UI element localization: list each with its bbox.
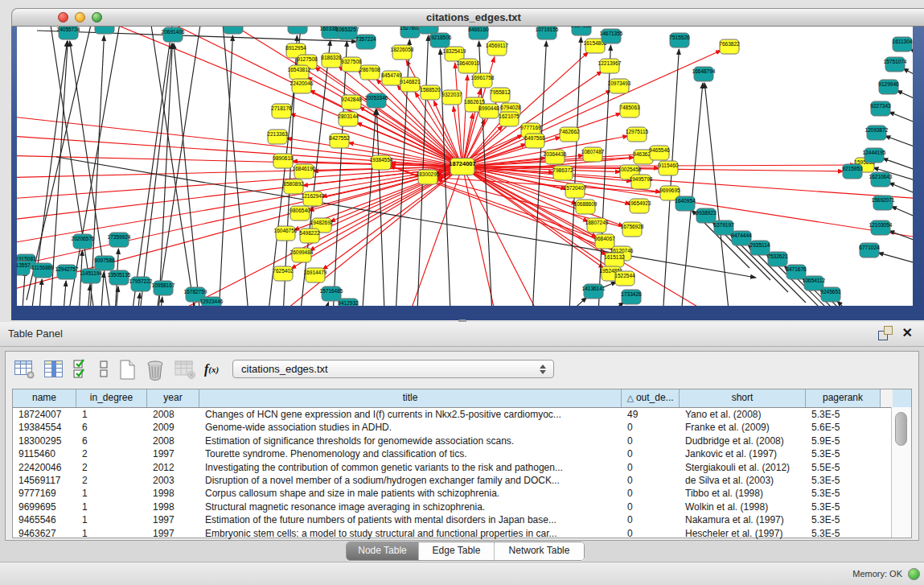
red-edge[interactable] xyxy=(17,155,462,167)
graph-node[interactable]: 20053346 xyxy=(365,93,388,108)
graph-node[interactable]: 1611304 xyxy=(893,37,913,51)
graph-node[interactable]: 20364436 xyxy=(544,150,567,164)
graph-node[interactable]: 10719155 xyxy=(536,27,559,39)
graph-node[interactable]: 1522544 xyxy=(614,271,635,286)
graph-node[interactable]: 15692071 xyxy=(872,196,895,210)
graph-node[interactable]: 8580892 xyxy=(283,179,304,194)
select-rows-icon[interactable] xyxy=(72,358,90,381)
graph-node[interactable]: 7986372 xyxy=(552,166,573,180)
graph-node[interactable]: 16846190 xyxy=(293,164,316,179)
graph-node[interactable]: 7532621 xyxy=(767,252,788,266)
graph-node[interactable]: 15720407 xyxy=(564,183,587,198)
column-header-title[interactable]: title xyxy=(199,389,622,407)
graph-node[interactable]: 9146821 xyxy=(400,77,421,92)
black-edge[interactable] xyxy=(897,90,913,107)
table-source-select[interactable]: citations_edges.txt xyxy=(232,360,554,378)
table-row[interactable]: 946362711997Embryonic stem cells: a mode… xyxy=(13,527,911,540)
graph-node[interactable]: 10807487 xyxy=(581,147,605,162)
graph-node[interactable]: 19384554 xyxy=(370,155,393,170)
black-edge[interactable] xyxy=(891,206,913,225)
black-edge[interactable] xyxy=(582,302,624,306)
table-row[interactable]: 1872400712008Changes of HCN gene express… xyxy=(13,408,911,421)
black-edge[interactable] xyxy=(21,270,25,306)
red-edge[interactable] xyxy=(318,167,462,232)
graph-node[interactable]: 11156869 xyxy=(31,263,54,278)
black-edge[interactable] xyxy=(885,136,913,154)
graph-node[interactable]: 10688609 xyxy=(574,200,598,214)
black-edge[interactable] xyxy=(889,112,913,130)
graph-node[interactable]: 10855272 xyxy=(222,27,245,34)
table-row[interactable]: 946554611997Estimation of the future num… xyxy=(13,513,911,526)
graph-node[interactable]: 9245651 xyxy=(820,287,841,302)
graph-node[interactable]: 2718176 xyxy=(271,104,292,118)
graph-node[interactable]: 9684067 xyxy=(594,234,615,249)
black-edge[interactable] xyxy=(38,279,42,306)
graph-node[interactable]: 16961758 xyxy=(471,73,495,88)
graph-node[interactable]: 9322037 xyxy=(441,90,462,105)
black-edge[interactable] xyxy=(548,297,587,306)
graph-node[interactable]: 1615132 xyxy=(604,253,625,267)
graph-node[interactable]: 8454749 xyxy=(381,71,402,85)
function-builder-icon[interactable]: f(x) xyxy=(204,358,219,381)
graph-node[interactable]: 15716485 xyxy=(320,286,343,301)
graph-node[interactable]: 7485063 xyxy=(619,103,640,117)
column-header-in_degree[interactable]: in_degree xyxy=(76,389,147,407)
column-header-name[interactable]: name xyxy=(13,389,76,407)
graph-node[interactable]: 5498222 xyxy=(299,229,320,243)
graph-node[interactable]: 12923446 xyxy=(200,297,224,306)
column-header-out_de...[interactable]: △out_de... xyxy=(622,389,680,407)
black-edge[interactable] xyxy=(662,49,679,306)
tab-network-table[interactable]: Network Table xyxy=(495,542,584,560)
graph-node[interactable]: 13505135 xyxy=(108,270,131,285)
close-panel-icon[interactable]: ✕ xyxy=(902,326,913,340)
graph-node[interactable]: 2867608 xyxy=(359,65,380,80)
network-window-titlebar[interactable]: citations_edges.txt xyxy=(11,8,924,27)
graph-node[interactable]: 16756928 xyxy=(621,222,644,237)
graph-node[interactable]: 9890618 xyxy=(273,154,294,168)
graph-node[interactable]: 18300295 xyxy=(417,170,440,184)
graph-node[interactable]: 18807249 xyxy=(585,218,609,233)
delete-table-icon[interactable] xyxy=(145,358,166,381)
tab-edge-table[interactable]: Edge Table xyxy=(419,542,495,560)
graph-node[interactable]: 12942757 xyxy=(55,265,79,279)
compact-view-icon[interactable] xyxy=(98,358,109,381)
graph-node[interactable]: 26099484 xyxy=(290,248,314,262)
graph-node[interactable]: 1733426 xyxy=(621,290,642,304)
table-row[interactable]: 1938455462009Genome-wide association stu… xyxy=(13,421,911,434)
graph-node[interactable]: 22420046 xyxy=(290,79,314,93)
new-table-icon[interactable] xyxy=(117,358,137,381)
show-column-icon[interactable] xyxy=(43,358,64,381)
graph-node[interactable]: 16046756 xyxy=(274,226,298,241)
graph-node[interactable]: 12093872 xyxy=(865,126,889,140)
graph-node[interactable]: 9412932 xyxy=(338,299,359,306)
graph-node[interactable]: 1527602 xyxy=(400,27,421,38)
graph-node[interactable]: 9215953 xyxy=(842,164,863,179)
graph-node[interactable]: 9227343 xyxy=(870,101,891,116)
graph-node[interactable]: 20206576 xyxy=(72,234,95,249)
graph-node[interactable]: 8427552 xyxy=(329,134,350,148)
graph-node[interactable]: 9806540 xyxy=(290,206,310,220)
graph-node[interactable]: 9129946 xyxy=(878,80,899,94)
graph-node[interactable]: 7462662 xyxy=(559,127,580,142)
graph-node[interactable]: 10973493 xyxy=(608,79,631,93)
graph-node[interactable]: 19495798 xyxy=(630,175,653,189)
graph-node[interactable]: 15527602 xyxy=(286,27,310,34)
graph-node[interactable]: 11451194 xyxy=(80,269,102,283)
red-edge[interactable] xyxy=(462,167,548,306)
graph-node[interactable]: 9938923 xyxy=(696,208,717,223)
graph-node[interactable]: 7515526 xyxy=(669,33,690,47)
graph-node[interactable]: 18640910 xyxy=(457,59,480,73)
black-edge[interactable] xyxy=(62,281,66,306)
table-row[interactable]: 969969511998Structural magnetic resonanc… xyxy=(13,501,911,513)
network-graph[interactable]: 1872400718226058891295491275081654381281… xyxy=(17,27,913,306)
graph-node[interactable]: 12444195 xyxy=(863,148,886,163)
graph-node[interactable]: 14136141 xyxy=(582,284,606,299)
graph-node[interactable]: 7357224 xyxy=(355,35,376,49)
graph-node[interactable]: 7625402 xyxy=(273,266,294,281)
column-header-short[interactable]: short xyxy=(680,389,806,407)
graph-node[interactable]: 9242848 xyxy=(341,95,362,109)
graph-node[interactable]: 2213363 xyxy=(267,130,288,144)
graph-node[interactable]: 1640954 xyxy=(675,196,696,211)
graph-node[interactable]: 10958167 xyxy=(152,281,175,295)
graph-node[interactable]: 24055724 xyxy=(57,27,80,39)
